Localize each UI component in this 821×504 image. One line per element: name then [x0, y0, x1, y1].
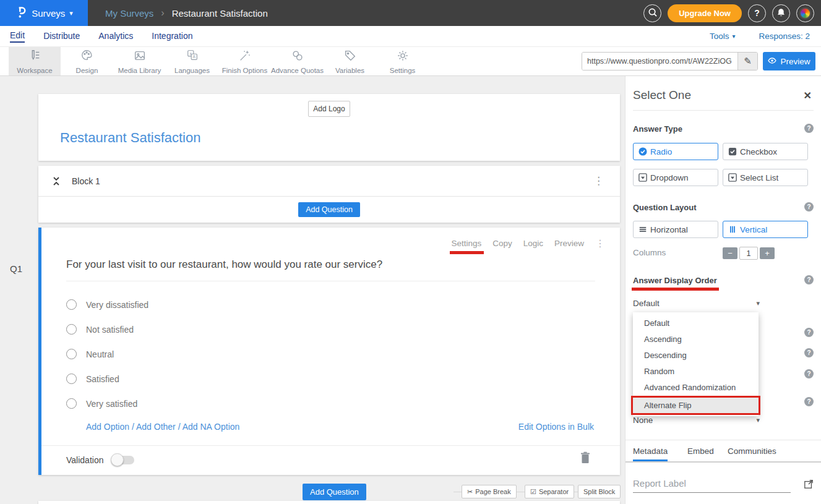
columns-decrement-button[interactable]: −	[723, 247, 737, 259]
upgrade-now-button[interactable]: Upgrade Now	[668, 4, 742, 22]
option-label[interactable]: Very dissatisfied	[86, 300, 148, 310]
toolbar-workspace[interactable]: Workspace	[9, 47, 61, 75]
question-tab-settings[interactable]: Settings	[451, 239, 481, 248]
breadcrumb-my-surveys[interactable]: My Surveys	[105, 8, 153, 19]
toolbar-finish-options[interactable]: Finish Options	[218, 47, 271, 75]
none-value: None	[633, 416, 653, 425]
menu-item-random[interactable]: Random	[633, 364, 759, 380]
option-label[interactable]: Not satisfied	[86, 325, 134, 335]
panel-title: Select One	[633, 88, 691, 102]
menu-item-descending[interactable]: Descending	[633, 348, 759, 364]
panel-tab-metadata[interactable]: Metadata	[633, 446, 668, 461]
workspace-icon	[28, 49, 41, 65]
toolbar-design[interactable]: Design	[61, 47, 113, 75]
add-other-link[interactable]: Add Other	[136, 422, 176, 432]
survey-title[interactable]: Restaurant Satisfaction	[60, 130, 200, 146]
add-question-button-top[interactable]: Add Question	[298, 202, 360, 217]
layout-vertical-button[interactable]: Vertical	[723, 221, 808, 238]
answer-type-radio[interactable]: Radio	[633, 143, 718, 160]
toolbar-languages[interactable]: xA Languages	[166, 47, 218, 75]
menu-item-alternate-flip[interactable]: Alternate Flip	[631, 396, 760, 415]
menu-item-advanced-randomization[interactable]: Advanced Randomization	[633, 380, 759, 396]
layout-horizontal-button[interactable]: Horizontal	[633, 221, 718, 238]
dropdown-box-icon	[638, 173, 647, 182]
nav-tab-edit[interactable]: Edit	[10, 30, 25, 43]
radio-button[interactable]	[66, 324, 77, 335]
columns-value[interactable]: 1	[739, 247, 758, 260]
panel-tab-embed[interactable]: Embed	[687, 446, 714, 459]
page-break-button[interactable]: ✂ Page Break	[462, 485, 517, 498]
option-label[interactable]: Neutral	[86, 349, 114, 359]
product-switcher[interactable]: Surveys ▾	[0, 0, 88, 26]
option-label[interactable]: Satisfied	[86, 374, 119, 384]
question-tab-preview[interactable]: Preview	[554, 239, 584, 248]
edit-options-in-bulk-link[interactable]: Edit Options in Bulk	[518, 422, 594, 432]
columns-increment-button[interactable]: +	[760, 247, 775, 259]
preview-button[interactable]: Preview	[763, 52, 815, 70]
add-question-button-bottom[interactable]: Add Question	[303, 484, 366, 500]
question-text[interactable]: For your last visit to our restaurant, h…	[66, 258, 382, 271]
nav-tab-analytics[interactable]: Analytics	[98, 31, 133, 42]
delete-question-trash-icon[interactable]	[580, 451, 590, 464]
separator-button[interactable]: ☑ Separator	[525, 485, 574, 498]
split-block-button[interactable]: Split Block	[578, 485, 621, 498]
toolbar-variables[interactable]: Variables	[324, 47, 376, 75]
menu-item-default[interactable]: Default	[633, 315, 759, 331]
responses-count[interactable]: Responses: 2	[759, 32, 810, 41]
add-na-option-link[interactable]: Add NA Option	[183, 422, 240, 432]
notifications-button[interactable]	[772, 4, 790, 22]
hidden-setting-help-icon[interactable]: ?	[804, 369, 814, 378]
help-button[interactable]: ?	[748, 4, 766, 22]
toolbar-media-library[interactable]: Media Library	[113, 47, 166, 75]
checkbox-checked-icon: ☑	[530, 488, 536, 496]
hidden-setting-help-icon[interactable]: ?	[804, 348, 814, 357]
close-icon[interactable]: ✕	[804, 90, 812, 101]
edit-url-pencil-icon[interactable]: ✎	[737, 53, 757, 70]
hidden-setting-help-icon[interactable]: ?	[804, 328, 814, 337]
answer-type-dropdown[interactable]: Dropdown	[633, 169, 718, 186]
panel-tab-communities[interactable]: Communities	[728, 446, 776, 459]
toolbar-settings[interactable]: Settings	[376, 47, 429, 75]
menu-item-ascending[interactable]: Ascending	[633, 331, 759, 348]
none-select[interactable]: None ▾	[633, 416, 760, 425]
option-label[interactable]: Very satisfied	[86, 399, 137, 409]
question-tab-copy[interactable]: Copy	[492, 239, 512, 248]
answer-display-order-help-icon[interactable]: ?	[804, 275, 814, 284]
divider	[66, 281, 595, 281]
answer-type-help-icon[interactable]: ?	[804, 124, 814, 133]
report-label-input[interactable]	[633, 477, 791, 493]
nav-tab-integration[interactable]: Integration	[152, 31, 192, 42]
question-menu-dots-icon[interactable]: ⋮	[595, 237, 605, 249]
tools-menu[interactable]: Tools ▾	[710, 32, 736, 41]
hidden-setting-help-icon[interactable]: ?	[804, 397, 814, 406]
expand-external-icon[interactable]	[804, 479, 814, 489]
add-logo-button[interactable]: Add Logo	[308, 101, 350, 117]
collapse-block-icon[interactable]	[51, 176, 62, 186]
radio-button[interactable]	[66, 299, 77, 310]
divider	[633, 110, 814, 111]
answer-type-checkbox[interactable]: Checkbox	[723, 143, 808, 160]
validation-toggle[interactable]	[112, 456, 134, 464]
answer-type-select-list[interactable]: Select List	[723, 169, 808, 186]
survey-url-input[interactable]	[582, 53, 737, 70]
add-option-link[interactable]: Add Option	[86, 422, 129, 432]
nav-tab-distribute[interactable]: Distribute	[43, 31, 80, 42]
question-tab-logic[interactable]: Logic	[523, 239, 543, 248]
toolbar-label: Languages	[174, 67, 210, 74]
answer-type-option-label: Select List	[740, 173, 778, 182]
block-menu-dots-icon[interactable]: ⋮	[593, 174, 604, 187]
question-layout-help-icon[interactable]: ?	[804, 202, 814, 211]
radio-button[interactable]	[66, 398, 77, 409]
answer-display-order-select[interactable]: Default ▾	[633, 299, 760, 308]
check-circle-icon	[638, 147, 647, 156]
option-links: Add Option / Add Other / Add NA Option	[86, 422, 239, 432]
radio-button[interactable]	[66, 374, 77, 384]
answer-display-order-text: Answer Display Order	[633, 276, 717, 291]
answer-type-label: Answer Type	[633, 124, 682, 134]
block-title[interactable]: Block 1	[72, 176, 100, 186]
search-button[interactable]	[643, 4, 661, 22]
toolbar-advance-quotas[interactable]: Advance Quotas	[271, 47, 324, 75]
radio-button[interactable]	[66, 349, 77, 359]
account-avatar[interactable]	[796, 4, 814, 22]
image-icon	[133, 49, 147, 65]
